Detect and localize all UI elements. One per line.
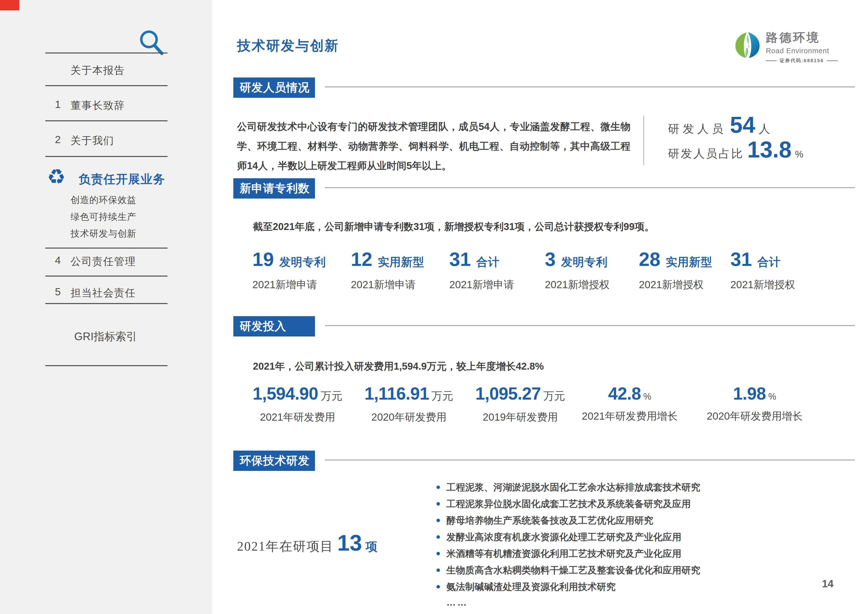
stat-label: 2019年研发费用 [467,410,574,424]
stat-value: 1,116.91 [364,385,429,402]
stat-label: 发明专利 [279,255,326,270]
stat-label: 2021年研发费用 [244,410,351,424]
stat-label: 2020年研发费用增长 [699,409,811,423]
investment-intro: 2021年，公司累计投入研发费用1,594.9万元，较上年度增长42.8% [253,359,544,373]
stat-value: 13 [337,532,362,554]
report-page: 关于本报告 1 董事长致辞 2 关于我们 ♻ 负责任开展业务 创造的环保效益 绿… [0,0,868,614]
sidebar-subitem-green-production[interactable]: 绿色可持续生产 [71,211,136,223]
sidebar-subitem-tech-innovation[interactable]: 技术研发与创新 [71,227,136,240]
stat-label: 合计 [476,255,499,270]
logo-dash [766,61,777,61]
patent-stat: 19 发明专利 2021新增申请 [253,250,326,292]
sidebar-item-responsibility-management[interactable]: 4 公司责任管理 [0,255,212,269]
section-header-investment: 研发投入 [233,316,315,336]
section-rule [325,187,855,188]
list-item: 氨法制碱碱渣处理及资源化利用技术研究 [435,581,744,592]
sidebar-item-gri-index[interactable]: GRI指标索引 [74,329,137,344]
stat-label: 研发人员占比 [668,146,744,162]
patent-stat: 31 合计 2021新增申请 [450,250,514,292]
stat-unit: % [643,392,651,402]
patent-stat: 28 实用新型 2021新增授权 [639,250,712,292]
patent-stat: 12 实用新型 2021新增申请 [351,250,424,292]
patent-stat: 31 合计 2021新增授权 [730,250,795,292]
stat-label: 发明专利 [561,255,608,270]
sidebar: 关于本报告 1 董事长致辞 2 关于我们 ♻ 负责任开展业务 创造的环保效益 绿… [0,0,212,614]
list-item: 工程泥浆异位脱水固化成套工艺技术及系统装备研究及应用 [435,498,744,509]
sidebar-divider [45,120,167,121]
sidebar-item-number: 5 [55,286,60,298]
sidebar-item-label: 关于本报告 [71,64,125,77]
logo-dash [827,61,838,61]
stat-sublabel: 2021新增授权 [730,278,795,292]
stat-sublabel: 2021新增申请 [450,278,514,292]
sidebar-item-social-responsibility[interactable]: 5 担当社会责任 [0,286,212,301]
company-logo: 路德环境 Road Environment 证券代码:688156 [734,30,838,64]
patent-stat: 3 发明专利 2021新增授权 [545,250,609,292]
stat-unit: 万元 [543,389,565,403]
sidebar-item-label: 公司责任管理 [71,255,136,268]
stat-sublabel: 2021新增申请 [351,278,424,292]
investment-stat: 1,116.91 万元 2020年研发费用 [355,385,463,424]
sidebar-item-chairman-address[interactable]: 1 董事长致辞 [0,98,212,113]
stat-value: 1,095.27 [475,385,541,402]
logo-name-en: Road Environment [766,47,838,55]
sidebar-divider [45,53,167,53]
section-rule [325,325,855,326]
stat-value: 1,594.90 [253,385,318,402]
stat-value: 19 [253,250,274,269]
investment-stat: 1.98 % 2020年研发费用增长 [699,385,811,423]
investment-stat: 1,594.90 万元 2021年研发费用 [244,385,351,424]
sidebar-item-label: 关于我们 [71,134,114,148]
sidebar-divider [45,275,167,277]
section-header-rd-staff: 研发人员情况 [233,78,315,98]
stat-value: 28 [639,250,660,269]
sidebar-item-number: 1 [55,98,60,110]
stat-label: 实用新型 [378,255,424,270]
section-header-env-rd: 环保技术研发 [233,451,315,471]
list-item: 酵母培养物生产系统装备技改及工艺优化应用研究 [435,515,744,526]
section-rule [325,460,855,460]
stat-label: 2021年在研项目 [237,538,334,555]
stat-sublabel: 2021新增授权 [639,278,712,292]
stat-value: 31 [450,250,471,269]
sidebar-item-label: 董事长致辞 [71,98,125,112]
logo-leaf-icon [734,31,761,59]
list-item: 发酵业高浓度有机废水资源化处理工艺研究及产业化应用 [435,532,744,542]
investment-stat: 1,095.27 万元 2019年研发费用 [467,385,574,424]
stat-unit: 人 [759,121,770,137]
stat-value: 31 [730,250,752,269]
stat-value: 3 [545,250,555,269]
corner-accent [0,0,19,10]
stat-label: 2020年研发费用 [355,410,463,424]
list-item: 工程泥浆、河湖淤泥脱水固化工艺余水达标排放成套技术研究 [435,482,744,493]
stat-unit: % [795,149,803,160]
sidebar-item-about-report[interactable]: 关于本报告 [0,64,212,78]
stat-label: 合计 [757,255,781,270]
stat-unit: 万元 [431,389,453,403]
stat-sublabel: 2021新增授权 [545,278,609,292]
section-header-patents: 新申请专利数 [233,178,315,199]
logo-stock-code: 证券代码:688156 [780,58,824,64]
sidebar-item-about-us[interactable]: 2 关于我们 [0,134,212,149]
vertical-divider [643,116,644,165]
sidebar-divider [45,365,167,366]
stat-rd-staff-ratio: 研发人员占比 13.8 % [668,138,803,162]
stat-unit: 万元 [321,389,343,403]
stat-value: 13.8 [747,138,792,161]
stat-label: 2021年研发费用增长 [574,409,685,423]
stat-rd-staff-count: 研发人员 54 人 [668,113,770,137]
stat-value: 1.98 [733,385,766,402]
stat-value: 54 [730,113,755,136]
sidebar-item-responsible-business[interactable]: 负责任开展业务 [79,171,165,187]
section-rule [325,86,855,87]
investment-stat: 42.8 % 2021年研发费用增长 [574,385,685,423]
recycle-icon: ♻ [47,166,65,187]
project-list: 工程泥浆、河湖淤泥脱水固化工艺余水达标排放成套技术研究 工程泥浆异位脱水固化成套… [435,482,744,598]
sidebar-item-number: 2 [55,134,60,146]
stat-label: 实用新型 [666,255,712,270]
stat-sublabel: 2021新增申请 [253,278,326,292]
sidebar-subitem-env-benefits[interactable]: 创造的环保效益 [71,194,136,206]
sidebar-item-label: 担当社会责任 [71,286,136,300]
patents-intro: 截至2021年底，公司新增申请专利数31项，新增授权专利31项，公司总计获授权专… [253,220,654,233]
list-item: 生物质高含水粘稠类物料干燥工艺及整套设备优化和应用研究 [435,565,744,576]
